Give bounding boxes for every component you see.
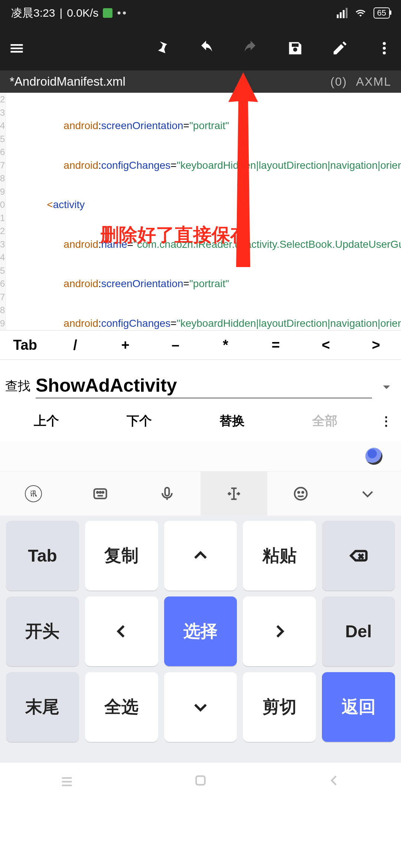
svg-rect-9 [165,487,169,496]
code-area[interactable]: android:screenOrientation="portrait" and… [6,93,401,330]
key-cut[interactable]: 剪切 [243,672,316,742]
key-return[interactable]: 返回 [322,672,395,742]
ime-cursor-mode-button[interactable] [200,471,267,516]
annotation-text: 删除好了直接保存 [100,223,249,247]
sym-plus[interactable]: + [100,331,150,359]
svg-point-10 [295,487,307,500]
sym-equals[interactable]: = [251,331,301,359]
status-bar: 凌晨3:23 | 0.0K/s •• 65 [0,0,401,26]
redo-button[interactable] [241,39,260,57]
undo-button[interactable] [197,39,215,57]
sym-lt[interactable]: < [301,331,351,359]
key-home[interactable]: 开头 [6,596,79,666]
key-up[interactable] [164,521,237,591]
find-next-button[interactable]: 下个 [93,412,186,430]
svg-point-0 [383,42,386,45]
save-button[interactable] [286,39,304,57]
nav-back-button[interactable] [327,773,342,789]
status-notification-dots: •• [117,7,128,19]
ime-emoji-button[interactable] [267,471,334,516]
ime-assistant-icon[interactable] [365,448,382,465]
ime-collapse-button[interactable] [334,471,401,516]
file-info-bar: *AndroidManifest.xml (0) AXML [0,70,401,93]
key-backspace[interactable] [322,521,395,591]
code-editor[interactable]: 234567890123456789 android:screenOrienta… [0,93,401,330]
key-select[interactable]: 选择 [164,596,237,666]
find-label: 查找 [5,378,30,398]
status-time: 凌晨3:23 [11,6,55,21]
key-tab[interactable]: Tab [6,521,79,591]
svg-point-7 [102,491,104,493]
find-actions: 上个 下个 替换 全部 ⋮ [0,401,401,441]
file-name: *AndroidManifest.xml [10,75,125,89]
svg-point-5 [97,491,98,493]
more-button[interactable] [375,39,394,57]
line-gutter: 234567890123456789 [0,93,6,330]
ime-suggestion-strip [0,441,401,471]
svg-point-6 [100,491,101,493]
key-select-all[interactable]: 全选 [85,672,158,742]
key-left[interactable] [85,596,158,666]
menu-button[interactable] [7,39,26,57]
sym-star[interactable]: * [200,331,251,359]
svg-point-12 [302,491,304,493]
key-paste[interactable]: 粘贴 [243,521,316,591]
find-bar: 查找 [0,360,401,401]
ime-tool-row: 讯 [0,471,401,516]
edit-button[interactable] [330,39,349,57]
status-app-icon [103,8,113,18]
svg-point-2 [383,52,386,55]
system-nav-bar [0,763,401,800]
status-netspeed: 0.0K/s [67,7,98,19]
find-more-button[interactable]: ⋮ [371,414,401,428]
sym-minus[interactable]: – [150,331,200,359]
sym-slash[interactable]: / [50,331,100,359]
key-down[interactable] [164,672,237,742]
battery-icon: 65 [374,7,390,19]
key-right[interactable] [243,596,316,666]
key-end[interactable]: 末尾 [6,672,79,742]
wifi-icon [354,8,367,18]
find-expand-button[interactable] [377,382,396,398]
ime-voice-button[interactable] [134,471,200,516]
svg-rect-16 [196,776,205,785]
sym-gt[interactable]: > [351,331,401,359]
svg-point-11 [298,491,300,493]
find-replace-button[interactable]: 替换 [186,412,278,430]
svg-point-1 [383,47,386,50]
file-mode: AXML [356,75,391,89]
find-prev-button[interactable]: 上个 [0,412,93,430]
signal-icon [337,8,348,18]
pin-button[interactable] [152,39,171,57]
ime-keyboard-switch-button[interactable] [67,471,134,516]
key-copy[interactable]: 复制 [85,521,158,591]
ime-logo-button[interactable]: 讯 [0,471,67,516]
symbol-shortcut-row: Tab / + – * = < > [0,330,401,360]
ime-keyboard: Tab 复制 粘贴 开头 选择 Del 末尾 全选 剪切 返回 [0,516,401,763]
find-all-button[interactable]: 全部 [278,412,371,430]
match-count: (0) [330,75,347,89]
app-toolbar [0,26,401,70]
nav-recent-button[interactable] [59,773,74,789]
find-input[interactable] [36,373,372,398]
sym-tab[interactable]: Tab [0,331,50,359]
nav-home-button[interactable] [193,773,208,789]
key-del[interactable]: Del [322,596,395,666]
